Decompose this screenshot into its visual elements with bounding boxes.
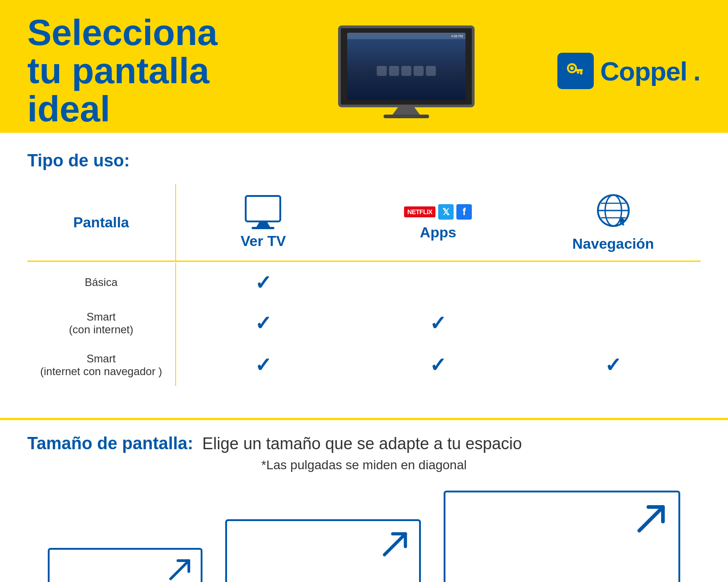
- basica-nav-check: [526, 263, 701, 302]
- tv-size-medium-wrapper: De 26" a 40" Recámara: [225, 519, 421, 582]
- tv-outline-icon: [245, 195, 281, 222]
- row-label-smart-nav: Smart (internet con navegador ): [27, 344, 176, 386]
- brand-dot: .: [693, 56, 701, 86]
- tipo-uso-label: Tipo de uso:: [27, 151, 701, 171]
- header: Selecciona tu pantalla ideal 4:08 PM: [0, 0, 728, 133]
- twitter-icon: 𝕏: [438, 204, 454, 220]
- smartnav-vertv-check: ✓: [176, 344, 351, 386]
- navegacion-icon-header: Navegación: [530, 192, 696, 252]
- coppel-logo: Coppel.: [557, 53, 701, 89]
- row-label-smart: Smart (con internet): [27, 302, 176, 344]
- size-title-row: Tamaño de pantalla: Elige un tamaño que …: [27, 434, 701, 453]
- arrow-top-right-small: [166, 556, 193, 582]
- section-divider: [0, 418, 728, 420]
- apps-icon-header: NETFLIX 𝕏 f Apps: [355, 204, 521, 241]
- brand-name: Coppel: [600, 56, 687, 86]
- table-row: Smart (internet con navegador ) ✓ ✓ ✓: [27, 344, 701, 386]
- table-row: Smart (con internet) ✓ ✓: [27, 302, 701, 344]
- tv-size-medium: De 26" a 40" Recámara: [225, 519, 421, 582]
- table-row: Básica ✓: [27, 263, 701, 302]
- main-content: Tipo de uso: Pantalla Ver TV: [0, 133, 728, 404]
- smartnav-nav-check: ✓: [526, 344, 701, 386]
- tv-illustration: 4:08 PM: [329, 25, 484, 116]
- basica-vertv-check: ✓: [176, 263, 351, 302]
- size-title-bold: Tamaño de pantalla:: [27, 434, 193, 453]
- tv-taskbar: 4:08 PM: [347, 33, 465, 39]
- size-title-regular: Elige un tamaño que se adapte a tu espac…: [202, 434, 522, 453]
- smartnav-apps-check: ✓: [350, 344, 526, 386]
- size-section: Tamaño de pantalla: Elige un tamaño que …: [0, 434, 728, 582]
- header-title: Selecciona tu pantalla ideal: [27, 14, 255, 128]
- svg-point-1: [570, 66, 574, 70]
- svg-line-11: [171, 561, 189, 579]
- comparison-table: Pantalla Ver TV NETFLIX: [27, 184, 701, 386]
- arrow-top-right-medium: [379, 528, 411, 560]
- header-title-line2: tu pantalla ideal: [27, 50, 209, 129]
- svg-rect-4: [577, 71, 579, 74]
- svg-line-13: [384, 534, 405, 555]
- svg-rect-3: [580, 71, 582, 75]
- col-header-vertv: Ver TV: [241, 233, 286, 250]
- smart-apps-check: ✓: [350, 302, 526, 344]
- apps-icons: NETFLIX 𝕏 f: [404, 204, 472, 220]
- svg-line-15: [639, 507, 663, 531]
- facebook-icon: f: [456, 204, 472, 220]
- tv-size-small-wrapper: De 19" a 23" Cocina: [48, 548, 202, 582]
- row-label-basica: Básica: [27, 263, 176, 302]
- tv-size-large: De 40" en adelante Sala y estudio: [444, 491, 680, 582]
- netflix-icon: NETFLIX: [404, 206, 435, 217]
- tv-sizes-row: De 19" a 23" Cocina: [27, 491, 701, 582]
- basica-apps-check: [350, 263, 526, 302]
- col-header-pantalla: Pantalla: [73, 214, 129, 231]
- ver-tv-icon-header: Ver TV: [181, 195, 346, 250]
- coppel-key-icon: [557, 53, 594, 89]
- tv-size-large-wrapper: De 40" en adelante Sala y estudio: [444, 491, 680, 582]
- smart-nav-check: [526, 302, 701, 344]
- col-header-navegacion: Navegación: [572, 236, 654, 252]
- size-subtitle: *Las pulgadas se miden en diagonal: [27, 458, 701, 472]
- globe-icon: [595, 192, 632, 234]
- smart-vertv-check: ✓: [176, 302, 351, 344]
- arrow-top-right-large: [633, 501, 669, 537]
- tv-time: 4:08 PM: [451, 35, 463, 38]
- tv-size-small: De 19" a 23" Cocina: [48, 548, 202, 582]
- col-header-apps: Apps: [420, 224, 456, 241]
- header-title-line1: Selecciona: [27, 12, 217, 53]
- svg-rect-2: [575, 69, 583, 71]
